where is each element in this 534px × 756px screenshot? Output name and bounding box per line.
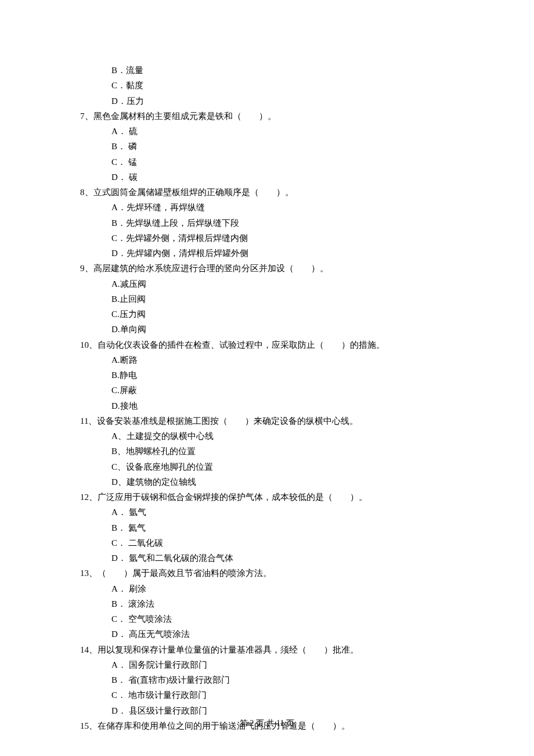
option-text: A． 硫 xyxy=(111,124,476,139)
option-text: B.止回阀 xyxy=(111,291,476,307)
option-text: B． 氦气 xyxy=(111,520,476,535)
option-text: C.压力阀 xyxy=(111,307,476,322)
option-text: D.接地 xyxy=(111,398,476,413)
question-stem: 11、设备安装基准线是根据施工图按（ ）来确定设备的纵横中心线。 xyxy=(80,413,476,429)
option-text: C． 锰 xyxy=(111,154,476,170)
option-text: A． 国务院计量行政部门 xyxy=(111,657,476,672)
option-text: C． 二氧化碳 xyxy=(111,535,476,550)
option-text: C． 地市级计量行政部门 xyxy=(111,687,476,703)
question-stem: 14、用以复现和保存计量单位量值的计量基准器具，须经（ ）批准。 xyxy=(80,642,476,657)
option-text: D． 碳 xyxy=(111,170,476,185)
option-text: A.减压阀 xyxy=(111,276,476,291)
option-text: A． 刷涂 xyxy=(111,581,476,596)
option-text: B． 磷 xyxy=(111,139,476,154)
option-text: D.单向阀 xyxy=(111,322,476,337)
question-stem: 10、自动化仪表设备的插件在检查、试验过程中，应采取防止（ ）的措施。 xyxy=(80,337,476,352)
option-text: C.屏蔽 xyxy=(111,383,476,398)
question-stem: 13、（ ）属于最高效且节省油料的喷涂方法。 xyxy=(80,566,476,581)
option-text: C． 空气喷涂法 xyxy=(111,611,476,627)
option-text: C．先焊罐外侧，清焊根后焊缝内侧 xyxy=(111,231,476,246)
option-text: B．先焊纵缝上段，后焊纵缝下段 xyxy=(111,215,476,231)
question-stem: 8、立式圆筒金属储罐壁板组焊的正确顺序是（ ）。 xyxy=(80,185,476,200)
question-stem: 7、黑色金属材料的主要组成元素是铁和（ ）。 xyxy=(80,109,476,124)
question-stem: 9、高层建筑的给水系统应进行合理的竖向分区并加设（ ）。 xyxy=(80,261,476,276)
option-text: D、建筑物的定位轴线 xyxy=(111,474,476,489)
option-text: B.静电 xyxy=(111,368,476,383)
option-text: B、地脚螺栓孔的位置 xyxy=(111,444,476,459)
option-text: B． 省(直辖市)级计量行政部门 xyxy=(111,672,476,687)
option-text: A、土建提交的纵横中心线 xyxy=(111,429,476,444)
option-text: A． 氩气 xyxy=(111,505,476,520)
option-text: A.断路 xyxy=(111,352,476,368)
question-stem: 12、广泛应用于碳钢和低合金钢焊接的保护气体，成本较低的是（ ）。 xyxy=(80,489,476,505)
option-text: C、设备底座地脚孔的位置 xyxy=(111,459,476,474)
page-footer: 第 2 页 共 11 页 xyxy=(0,717,534,731)
option-text: B． 滚涂法 xyxy=(111,596,476,611)
option-text: D． 氩气和二氧化碳的混合气体 xyxy=(111,550,476,566)
option-text: D．先焊罐内侧，清焊根后焊罐外侧 xyxy=(111,246,476,261)
option-text: B．流量 xyxy=(111,63,476,78)
document-body: B．流量C．黏度D．压力7、黑色金属材料的主要组成元素是铁和（ ）。A． 硫B．… xyxy=(80,63,476,733)
option-text: C．黏度 xyxy=(111,78,476,93)
option-text: D．压力 xyxy=(111,93,476,109)
option-text: A．先焊环缝，再焊纵缝 xyxy=(111,200,476,215)
option-text: D． 高压无气喷涂法 xyxy=(111,627,476,642)
